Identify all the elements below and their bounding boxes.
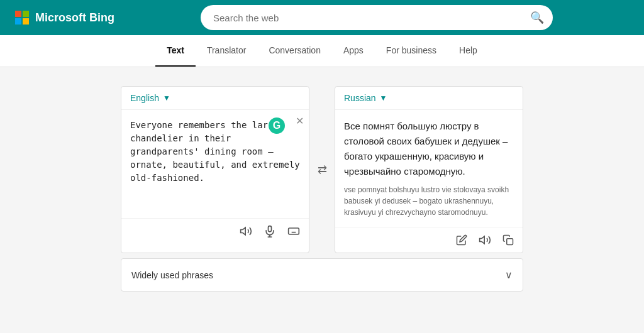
target-panel: Russian ▼ Все помнят большую люстру в ст… xyxy=(335,86,523,253)
widely-used-phrases[interactable]: Widely used phrases ∨ xyxy=(121,258,523,292)
source-panel-body: G ✕ Everyone remembers the large chandel… xyxy=(121,110,309,218)
edit-button[interactable] xyxy=(455,233,469,247)
nav-item-translator[interactable]: Translator xyxy=(196,35,258,67)
svg-marker-10 xyxy=(480,236,485,244)
nav-item-help[interactable]: Help xyxy=(448,35,489,67)
target-lang-arrow-icon: ▼ xyxy=(380,94,387,102)
nav-item-conversation[interactable]: Conversation xyxy=(257,35,332,67)
search-icon[interactable]: 🔍 xyxy=(530,11,544,25)
search-bar: 🔍 xyxy=(201,5,553,30)
grammarly-letter: G xyxy=(273,120,280,131)
translated-text: Все помнят большую люстру в столовой сво… xyxy=(344,119,514,179)
speak-button[interactable] xyxy=(238,224,253,239)
logo[interactable]: Microsoft Bing xyxy=(15,11,114,25)
widely-used-label: Widely used phrases xyxy=(131,270,213,280)
copy-button[interactable] xyxy=(501,233,515,247)
search-input[interactable] xyxy=(201,5,553,30)
svg-rect-1 xyxy=(269,226,272,232)
target-speak-button[interactable] xyxy=(477,232,492,248)
ms-logo-icon xyxy=(15,11,29,25)
svg-rect-11 xyxy=(507,239,513,245)
target-panel-body: Все помнят большую люстру в столовой сво… xyxy=(335,110,523,227)
svg-marker-0 xyxy=(241,227,246,235)
source-panel: English ▼ G ✕ Everyone remembers the lar… xyxy=(121,86,309,253)
target-lang-label: Russian xyxy=(344,93,376,103)
swap-button[interactable]: ⇄ xyxy=(318,163,327,177)
grammarly-badge: G xyxy=(267,116,286,135)
logo-text: Microsoft Bing xyxy=(35,11,114,25)
nav-item-text[interactable]: Text xyxy=(155,35,196,67)
nav-item-apps[interactable]: Apps xyxy=(332,35,375,67)
source-lang-select[interactable]: English ▼ xyxy=(130,93,170,103)
keyboard-button[interactable] xyxy=(286,224,301,239)
chevron-down-icon: ∨ xyxy=(505,269,513,281)
source-lang-arrow-icon: ▼ xyxy=(163,94,170,102)
romanized-text: vse pomnyat bolshuyu lustro vie stolovay… xyxy=(344,184,514,218)
source-panel-header: English ▼ xyxy=(121,87,309,110)
close-button[interactable]: ✕ xyxy=(296,115,304,127)
nav: Text Translator Conversation Apps For bu… xyxy=(0,35,644,67)
source-lang-label: English xyxy=(130,93,159,103)
translation-panels: English ▼ G ✕ Everyone remembers the lar… xyxy=(121,86,523,253)
nav-item-for-business[interactable]: For business xyxy=(375,35,448,67)
mic-button[interactable] xyxy=(262,224,277,239)
target-panel-footer xyxy=(335,227,523,253)
source-panel-footer xyxy=(121,218,309,244)
main: English ▼ G ✕ Everyone remembers the lar… xyxy=(0,67,644,310)
header: Microsoft Bing 🔍 xyxy=(0,0,644,35)
target-panel-header: Russian ▼ xyxy=(335,87,523,110)
swap-container: ⇄ xyxy=(314,86,330,253)
svg-rect-4 xyxy=(289,228,299,234)
target-lang-select[interactable]: Russian ▼ xyxy=(344,93,387,103)
translator-container: English ▼ G ✕ Everyone remembers the lar… xyxy=(121,86,523,292)
